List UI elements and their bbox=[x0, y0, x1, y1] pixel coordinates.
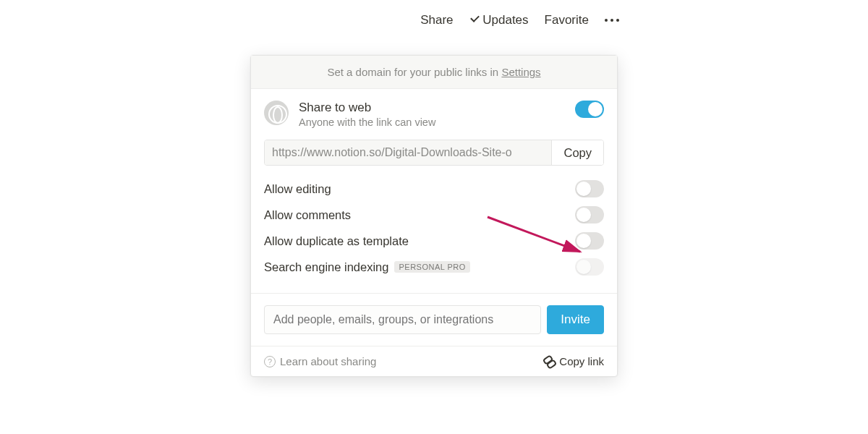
option-row-3: Search engine indexingPERSONAL PRO bbox=[264, 254, 604, 280]
option-toggle-0[interactable] bbox=[575, 180, 604, 197]
help-icon: ? bbox=[264, 356, 276, 367]
option-row-1: Allow comments bbox=[264, 202, 604, 228]
link-icon bbox=[543, 356, 555, 367]
domain-banner: Set a domain for your public links in Se… bbox=[251, 56, 617, 89]
share-to-web-toggle[interactable] bbox=[575, 101, 604, 118]
option-toggle-3 bbox=[575, 258, 604, 276]
public-url-row: Copy bbox=[264, 140, 604, 166]
share-menu-trigger[interactable]: Share bbox=[420, 13, 453, 27]
copy-link-label: Copy link bbox=[559, 355, 604, 367]
option-label: Allow duplicate as template bbox=[264, 234, 409, 248]
option-label: Allow editing bbox=[264, 182, 331, 196]
globe-icon bbox=[264, 101, 289, 125]
share-footer: ? Learn about sharing Copy link bbox=[251, 346, 617, 376]
share-to-web-row: Share to web Anyone with the link can vi… bbox=[264, 101, 604, 128]
option-label: Search engine indexing bbox=[264, 260, 388, 274]
invite-button[interactable]: Invite bbox=[547, 305, 604, 334]
option-toggle-2[interactable] bbox=[575, 232, 604, 250]
more-menu-trigger[interactable] bbox=[605, 19, 619, 22]
copy-link-button[interactable]: Copy link bbox=[543, 355, 604, 367]
share-popover: Set a domain for your public links in Se… bbox=[250, 55, 618, 377]
share-to-web-title: Share to web bbox=[299, 101, 435, 115]
plan-badge: PERSONAL PRO bbox=[394, 261, 469, 273]
updates-label: Updates bbox=[482, 13, 528, 27]
domain-banner-settings-link[interactable]: Settings bbox=[501, 66, 540, 78]
option-row-0: Allow editing bbox=[264, 176, 604, 202]
updates-menu-trigger[interactable]: Updates bbox=[469, 13, 529, 27]
share-section: Share to web Anyone with the link can vi… bbox=[251, 89, 617, 293]
copy-url-button[interactable]: Copy bbox=[551, 140, 603, 165]
learn-about-sharing-link[interactable]: Learn about sharing bbox=[280, 355, 376, 367]
domain-banner-text: Set a domain for your public links in bbox=[327, 66, 501, 78]
check-icon bbox=[469, 14, 480, 24]
share-to-web-subtitle: Anyone with the link can view bbox=[299, 116, 435, 128]
page-topbar: Share Updates Favorite bbox=[420, 13, 619, 27]
option-toggle-1[interactable] bbox=[575, 206, 604, 224]
invite-input[interactable] bbox=[264, 305, 541, 334]
option-label: Allow comments bbox=[264, 208, 351, 222]
invite-block: Invite bbox=[251, 293, 617, 346]
option-row-2: Allow duplicate as template bbox=[264, 228, 604, 254]
favorite-button[interactable]: Favorite bbox=[545, 13, 589, 27]
public-url-input[interactable] bbox=[265, 140, 551, 165]
